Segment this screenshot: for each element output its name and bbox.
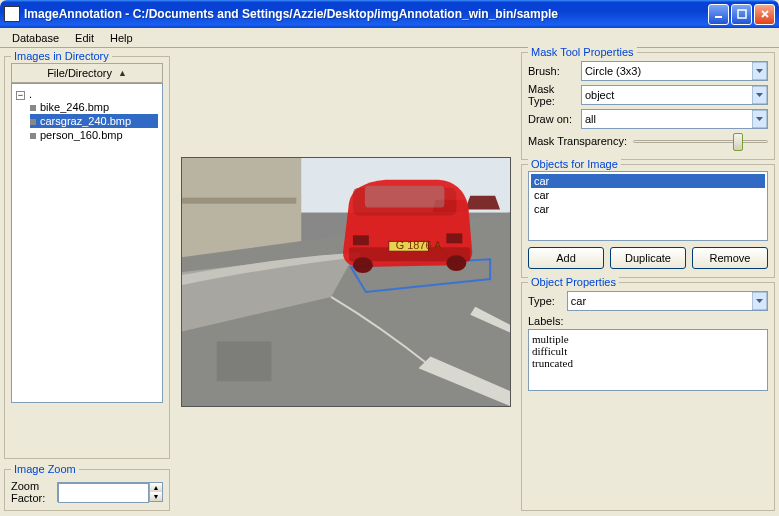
file-tree-item[interactable]: bike_246.bmp — [30, 100, 158, 114]
file-name: bike_246.bmp — [40, 101, 109, 113]
duplicate-button[interactable]: Duplicate — [610, 247, 686, 269]
image-canvas-area: G 1876 A — [174, 50, 517, 513]
mask-transparency-slider[interactable] — [633, 131, 768, 151]
file-icon — [30, 119, 36, 125]
image-zoom-panel: Image Zoom Zoom Factor: ▲ ▼ — [4, 469, 170, 511]
tree-header[interactable]: File/Directory ▲ — [11, 63, 163, 83]
file-icon — [30, 105, 36, 111]
mask-transparency-label: Mask Transparency: — [528, 135, 627, 147]
svg-rect-14 — [352, 235, 368, 245]
mask-tool-legend: Mask Tool Properties — [528, 46, 637, 58]
images-in-directory-panel: Images in Directory File/Directory ▲ −. … — [4, 56, 170, 459]
tree-header-label: File/Directory — [47, 67, 112, 79]
app-icon — [4, 6, 20, 22]
tree-root-label: . — [29, 88, 32, 100]
images-in-directory-legend: Images in Directory — [11, 50, 112, 62]
close-button[interactable] — [754, 4, 775, 25]
svg-rect-1 — [738, 10, 746, 18]
draw-on-label: Draw on: — [528, 113, 575, 125]
mask-type-label: Mask Type: — [528, 83, 575, 107]
type-label: Type: — [528, 295, 561, 307]
objects-listbox[interactable]: carcarcar — [528, 171, 768, 241]
file-name: person_160.bmp — [40, 129, 123, 141]
minimize-button[interactable] — [708, 4, 729, 25]
svg-rect-4 — [182, 197, 296, 203]
draw-on-select[interactable]: all — [581, 109, 768, 129]
remove-button[interactable]: Remove — [692, 247, 768, 269]
labels-label: Labels: — [528, 315, 563, 327]
svg-rect-15 — [446, 233, 462, 243]
menu-edit[interactable]: Edit — [67, 30, 102, 46]
mask-type-select[interactable]: object — [581, 85, 768, 105]
file-icon — [30, 133, 36, 139]
maximize-button[interactable] — [731, 4, 752, 25]
zoom-down-button[interactable]: ▼ — [149, 492, 162, 501]
menu-database[interactable]: Database — [4, 30, 67, 46]
file-tree-item[interactable]: carsgraz_240.bmp — [30, 114, 158, 128]
svg-marker-9 — [465, 195, 500, 209]
object-properties-panel: Object Properties Type: car Labels: — [521, 282, 775, 511]
labels-textarea[interactable] — [528, 329, 768, 391]
svg-point-18 — [446, 255, 466, 271]
image-canvas[interactable]: G 1876 A — [181, 157, 511, 407]
svg-rect-0 — [715, 16, 722, 18]
menu-bar: Database Edit Help — [0, 28, 779, 48]
object-list-item[interactable]: car — [531, 174, 765, 188]
type-select[interactable]: car — [567, 291, 768, 311]
brush-label: Brush: — [528, 65, 575, 77]
object-list-item[interactable]: car — [531, 202, 765, 216]
svg-point-17 — [352, 257, 372, 273]
objects-legend: Objects for Image — [528, 158, 621, 170]
svg-rect-8 — [216, 341, 271, 381]
add-button[interactable]: Add — [528, 247, 604, 269]
mask-tool-properties-panel: Mask Tool Properties Brush: Circle (3x3)… — [521, 52, 775, 160]
zoom-factor-input[interactable] — [58, 483, 149, 503]
brush-select[interactable]: Circle (3x3) — [581, 61, 768, 81]
annotated-car — [343, 179, 472, 272]
file-tree-item[interactable]: person_160.bmp — [30, 128, 158, 142]
tree-collapse-icon[interactable]: − — [16, 91, 25, 100]
file-tree[interactable]: −. bike_246.bmpcarsgraz_240.bmpperson_16… — [11, 83, 163, 403]
zoom-up-button[interactable]: ▲ — [149, 483, 162, 492]
zoom-factor-spinner[interactable]: ▲ ▼ — [57, 482, 163, 502]
object-list-item[interactable]: car — [531, 188, 765, 202]
sort-indicator-icon: ▲ — [118, 68, 127, 78]
image-zoom-legend: Image Zoom — [11, 463, 79, 475]
window-title: ImageAnnotation - C:/Documents and Setti… — [24, 7, 708, 21]
license-plate-text: G 1876 A — [395, 239, 441, 251]
title-bar: ImageAnnotation - C:/Documents and Setti… — [0, 0, 779, 28]
object-properties-legend: Object Properties — [528, 276, 619, 288]
zoom-factor-label: Zoom Factor: — [11, 480, 53, 504]
menu-help[interactable]: Help — [102, 30, 141, 46]
objects-for-image-panel: Objects for Image carcarcar Add Duplicat… — [521, 164, 775, 278]
file-name: carsgraz_240.bmp — [40, 115, 131, 127]
svg-rect-12 — [364, 185, 444, 207]
